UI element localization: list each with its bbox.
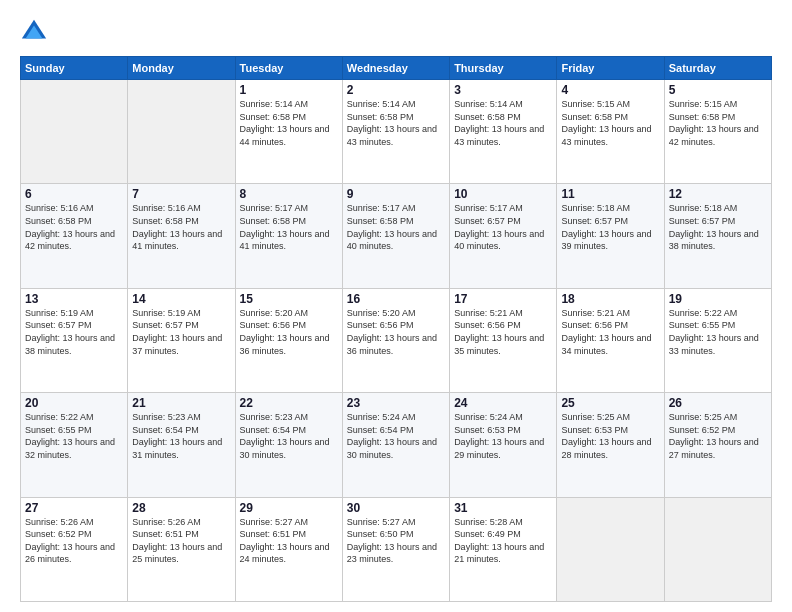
calendar-table: SundayMondayTuesdayWednesdayThursdayFrid… [20,56,772,602]
day-info: Sunrise: 5:17 AMSunset: 6:57 PMDaylight:… [454,202,552,252]
calendar-cell: 28Sunrise: 5:26 AMSunset: 6:51 PMDayligh… [128,497,235,601]
day-number: 6 [25,187,123,201]
day-info: Sunrise: 5:23 AMSunset: 6:54 PMDaylight:… [132,411,230,461]
day-number: 27 [25,501,123,515]
calendar-cell [21,80,128,184]
day-info: Sunrise: 5:15 AMSunset: 6:58 PMDaylight:… [669,98,767,148]
day-info: Sunrise: 5:27 AMSunset: 6:51 PMDaylight:… [240,516,338,566]
week-row-0: 1Sunrise: 5:14 AMSunset: 6:58 PMDaylight… [21,80,772,184]
calendar-cell: 18Sunrise: 5:21 AMSunset: 6:56 PMDayligh… [557,288,664,392]
calendar-cell: 19Sunrise: 5:22 AMSunset: 6:55 PMDayligh… [664,288,771,392]
day-number: 5 [669,83,767,97]
calendar-cell: 17Sunrise: 5:21 AMSunset: 6:56 PMDayligh… [450,288,557,392]
day-number: 17 [454,292,552,306]
day-info: Sunrise: 5:21 AMSunset: 6:56 PMDaylight:… [454,307,552,357]
weekday-header-sunday: Sunday [21,57,128,80]
day-number: 20 [25,396,123,410]
day-number: 8 [240,187,338,201]
day-info: Sunrise: 5:18 AMSunset: 6:57 PMDaylight:… [669,202,767,252]
calendar-cell: 30Sunrise: 5:27 AMSunset: 6:50 PMDayligh… [342,497,449,601]
day-number: 10 [454,187,552,201]
calendar-cell [557,497,664,601]
calendar-cell: 3Sunrise: 5:14 AMSunset: 6:58 PMDaylight… [450,80,557,184]
calendar-cell [128,80,235,184]
calendar-cell: 2Sunrise: 5:14 AMSunset: 6:58 PMDaylight… [342,80,449,184]
week-row-4: 27Sunrise: 5:26 AMSunset: 6:52 PMDayligh… [21,497,772,601]
day-number: 26 [669,396,767,410]
day-info: Sunrise: 5:27 AMSunset: 6:50 PMDaylight:… [347,516,445,566]
calendar-cell: 9Sunrise: 5:17 AMSunset: 6:58 PMDaylight… [342,184,449,288]
calendar-cell: 22Sunrise: 5:23 AMSunset: 6:54 PMDayligh… [235,393,342,497]
weekday-header-friday: Friday [557,57,664,80]
day-info: Sunrise: 5:28 AMSunset: 6:49 PMDaylight:… [454,516,552,566]
day-number: 2 [347,83,445,97]
day-info: Sunrise: 5:22 AMSunset: 6:55 PMDaylight:… [669,307,767,357]
calendar-cell: 16Sunrise: 5:20 AMSunset: 6:56 PMDayligh… [342,288,449,392]
day-info: Sunrise: 5:25 AMSunset: 6:53 PMDaylight:… [561,411,659,461]
calendar-cell: 10Sunrise: 5:17 AMSunset: 6:57 PMDayligh… [450,184,557,288]
calendar-cell: 5Sunrise: 5:15 AMSunset: 6:58 PMDaylight… [664,80,771,184]
day-info: Sunrise: 5:20 AMSunset: 6:56 PMDaylight:… [347,307,445,357]
calendar-cell: 7Sunrise: 5:16 AMSunset: 6:58 PMDaylight… [128,184,235,288]
calendar-cell: 4Sunrise: 5:15 AMSunset: 6:58 PMDaylight… [557,80,664,184]
day-number: 1 [240,83,338,97]
logo-icon [20,18,48,46]
calendar-cell: 25Sunrise: 5:25 AMSunset: 6:53 PMDayligh… [557,393,664,497]
page: SundayMondayTuesdayWednesdayThursdayFrid… [0,0,792,612]
day-number: 18 [561,292,659,306]
day-info: Sunrise: 5:24 AMSunset: 6:54 PMDaylight:… [347,411,445,461]
day-info: Sunrise: 5:26 AMSunset: 6:52 PMDaylight:… [25,516,123,566]
calendar-cell: 14Sunrise: 5:19 AMSunset: 6:57 PMDayligh… [128,288,235,392]
day-info: Sunrise: 5:14 AMSunset: 6:58 PMDaylight:… [454,98,552,148]
day-number: 15 [240,292,338,306]
calendar-cell: 1Sunrise: 5:14 AMSunset: 6:58 PMDaylight… [235,80,342,184]
day-info: Sunrise: 5:18 AMSunset: 6:57 PMDaylight:… [561,202,659,252]
day-number: 9 [347,187,445,201]
calendar-cell: 29Sunrise: 5:27 AMSunset: 6:51 PMDayligh… [235,497,342,601]
day-info: Sunrise: 5:21 AMSunset: 6:56 PMDaylight:… [561,307,659,357]
day-info: Sunrise: 5:20 AMSunset: 6:56 PMDaylight:… [240,307,338,357]
day-info: Sunrise: 5:17 AMSunset: 6:58 PMDaylight:… [240,202,338,252]
calendar-cell: 23Sunrise: 5:24 AMSunset: 6:54 PMDayligh… [342,393,449,497]
calendar-cell: 24Sunrise: 5:24 AMSunset: 6:53 PMDayligh… [450,393,557,497]
weekday-header-wednesday: Wednesday [342,57,449,80]
day-number: 22 [240,396,338,410]
weekday-header-thursday: Thursday [450,57,557,80]
calendar-cell: 12Sunrise: 5:18 AMSunset: 6:57 PMDayligh… [664,184,771,288]
day-number: 24 [454,396,552,410]
day-number: 28 [132,501,230,515]
weekday-header-saturday: Saturday [664,57,771,80]
day-info: Sunrise: 5:16 AMSunset: 6:58 PMDaylight:… [132,202,230,252]
day-number: 30 [347,501,445,515]
calendar-cell: 21Sunrise: 5:23 AMSunset: 6:54 PMDayligh… [128,393,235,497]
week-row-3: 20Sunrise: 5:22 AMSunset: 6:55 PMDayligh… [21,393,772,497]
day-info: Sunrise: 5:15 AMSunset: 6:58 PMDaylight:… [561,98,659,148]
calendar-cell: 31Sunrise: 5:28 AMSunset: 6:49 PMDayligh… [450,497,557,601]
week-row-1: 6Sunrise: 5:16 AMSunset: 6:58 PMDaylight… [21,184,772,288]
day-info: Sunrise: 5:16 AMSunset: 6:58 PMDaylight:… [25,202,123,252]
calendar-cell: 15Sunrise: 5:20 AMSunset: 6:56 PMDayligh… [235,288,342,392]
day-info: Sunrise: 5:25 AMSunset: 6:52 PMDaylight:… [669,411,767,461]
day-info: Sunrise: 5:26 AMSunset: 6:51 PMDaylight:… [132,516,230,566]
day-info: Sunrise: 5:23 AMSunset: 6:54 PMDaylight:… [240,411,338,461]
day-number: 21 [132,396,230,410]
day-number: 25 [561,396,659,410]
calendar-cell: 26Sunrise: 5:25 AMSunset: 6:52 PMDayligh… [664,393,771,497]
day-info: Sunrise: 5:19 AMSunset: 6:57 PMDaylight:… [25,307,123,357]
weekday-header-row: SundayMondayTuesdayWednesdayThursdayFrid… [21,57,772,80]
day-number: 11 [561,187,659,201]
day-info: Sunrise: 5:22 AMSunset: 6:55 PMDaylight:… [25,411,123,461]
day-info: Sunrise: 5:24 AMSunset: 6:53 PMDaylight:… [454,411,552,461]
calendar-cell: 20Sunrise: 5:22 AMSunset: 6:55 PMDayligh… [21,393,128,497]
day-number: 7 [132,187,230,201]
calendar-cell: 13Sunrise: 5:19 AMSunset: 6:57 PMDayligh… [21,288,128,392]
day-number: 3 [454,83,552,97]
day-number: 16 [347,292,445,306]
calendar-cell: 11Sunrise: 5:18 AMSunset: 6:57 PMDayligh… [557,184,664,288]
calendar-cell [664,497,771,601]
day-number: 4 [561,83,659,97]
day-number: 14 [132,292,230,306]
weekday-header-tuesday: Tuesday [235,57,342,80]
day-info: Sunrise: 5:19 AMSunset: 6:57 PMDaylight:… [132,307,230,357]
weekday-header-monday: Monday [128,57,235,80]
